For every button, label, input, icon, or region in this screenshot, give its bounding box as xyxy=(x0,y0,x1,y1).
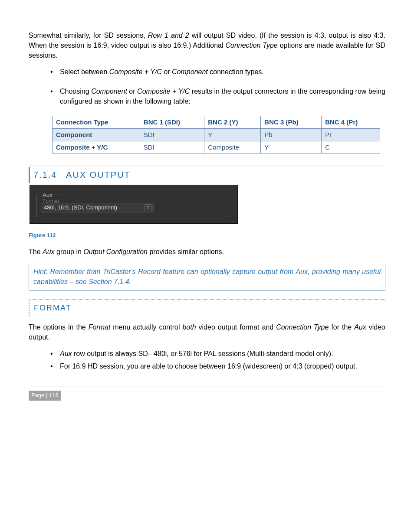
text: or xyxy=(129,88,137,95)
bullet-list-format: Aux row output is always SD– 480i, or 57… xyxy=(29,349,385,371)
text: or xyxy=(164,68,172,75)
text: group in xyxy=(56,248,83,255)
text: for the xyxy=(331,323,354,331)
aux-description: The Aux group in Output Configuration pr… xyxy=(29,247,385,257)
section-heading-aux-output: 7.1.4 AUX OUTPUT xyxy=(29,167,385,183)
text: menu actually control xyxy=(113,323,182,331)
text: Choosing xyxy=(60,88,91,95)
text-italic: Aux xyxy=(43,248,55,255)
chevron-down-icon: ▽ xyxy=(145,204,151,211)
table-header: BNC 4 (Pr) xyxy=(322,116,380,129)
intro-paragraph: Somewhat similarly, for SD sessions, Row… xyxy=(29,30,385,61)
table-cell: C xyxy=(322,141,380,153)
text: connection types. xyxy=(210,68,264,75)
table-cell: Composite + Y/C xyxy=(53,141,140,153)
text: row output is always SD– 480i, or 576i f… xyxy=(74,350,333,357)
text: Select between xyxy=(60,68,109,75)
text: provides similar options. xyxy=(149,248,224,255)
text-italic: Composite + Y/C xyxy=(137,88,190,95)
text: video output format and xyxy=(199,323,276,331)
text-italic: Connection Type xyxy=(276,323,329,331)
text-italic: Component xyxy=(91,88,127,95)
aux-format-label: Format xyxy=(43,198,59,205)
text: Somewhat similarly, for SD sessions, xyxy=(29,32,148,39)
text: For 16:9 HD session, you are able to cho… xyxy=(60,362,357,370)
text-italic: both xyxy=(182,323,196,331)
text-italic: Output Configuration xyxy=(83,248,148,255)
text-italic: Row 1 and 2 xyxy=(148,32,189,39)
text: The options in the xyxy=(29,323,89,331)
text-italic: Composite + Y/C xyxy=(109,68,162,75)
section-number: 7.1.4 xyxy=(33,170,57,180)
sub-heading-format: FORMAT xyxy=(29,299,385,316)
table-row: Component SDI Y Pb Pr xyxy=(53,128,380,141)
table-cell: Y xyxy=(204,128,261,141)
table-header: BNC 1 (SDI) xyxy=(140,116,204,129)
aux-fieldset: Aux Format 480i, 16:9, (SDI, Component) … xyxy=(36,195,231,217)
section-rule xyxy=(29,166,385,166)
connection-type-table: Connection Type BNC 1 (SDI) BNC 2 (Y) BN… xyxy=(52,116,380,153)
table-row: Composite + Y/C SDI Composite Y C xyxy=(53,141,380,153)
table-cell: Component xyxy=(53,128,140,141)
text-italic: Component xyxy=(172,68,208,75)
section-title: AUX OUTPUT xyxy=(66,170,131,180)
text: The xyxy=(29,248,43,255)
table-cell: SDI xyxy=(140,128,204,141)
table-cell: Pb xyxy=(261,128,322,141)
text-italic: Aux xyxy=(60,350,72,357)
text-italic: Connection Type xyxy=(225,42,277,49)
footer-rule xyxy=(29,386,385,386)
text-italic: Aux xyxy=(354,323,366,331)
list-item: Choosing Component or Composite + Y/C re… xyxy=(50,86,385,106)
aux-panel-screenshot: Aux Format 480i, 16:9, (SDI, Component) … xyxy=(30,185,238,224)
table-header: BNC 2 (Y) xyxy=(204,116,261,129)
table-cell: Composite xyxy=(204,141,261,153)
bullet-list-connection: Select between Composite + Y/C or Compon… xyxy=(29,67,385,107)
table-header: BNC 3 (Pb) xyxy=(261,116,322,129)
table-cell: Y xyxy=(261,141,322,153)
format-paragraph: The options in the Format menu actually … xyxy=(29,322,385,342)
hint-box: Hint: Remember than TriCaster's Record f… xyxy=(29,263,385,290)
list-item: For 16:9 HD session, you are able to cho… xyxy=(50,361,385,371)
page-number-badge: Page | 116 xyxy=(29,391,61,401)
figure-caption: Figure 112 xyxy=(29,232,385,239)
table-header-row: Connection Type BNC 1 (SDI) BNC 2 (Y) BN… xyxy=(53,116,380,129)
table-header: Connection Type xyxy=(53,116,140,129)
list-item: Select between Composite + Y/C or Compon… xyxy=(50,67,385,77)
text-italic: Format xyxy=(89,323,111,331)
list-item: Aux row output is always SD– 480i, or 57… xyxy=(50,349,385,359)
table-cell: Pr xyxy=(322,128,380,141)
table-cell: SDI xyxy=(140,141,204,153)
